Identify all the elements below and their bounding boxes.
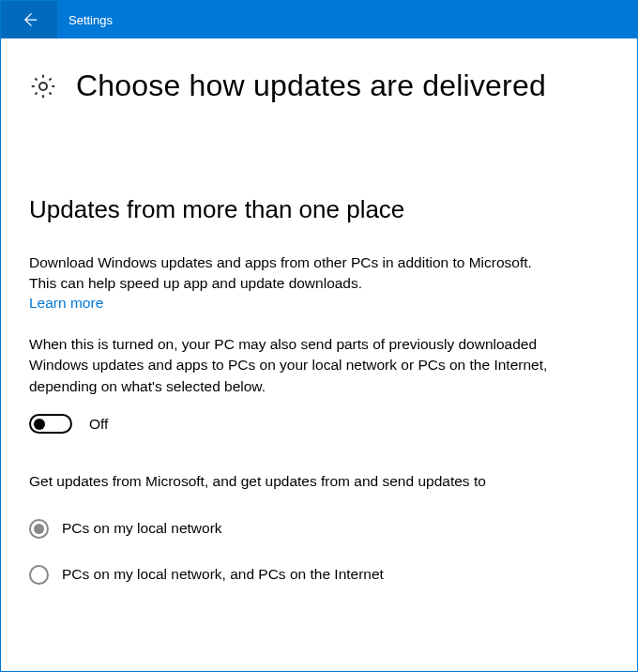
radio-icon [29,565,49,585]
section-heading: Updates from more than one place [29,195,609,224]
radio-label: PCs on my local network [62,520,222,537]
delivery-toggle[interactable] [29,414,72,434]
description-2: When this is turned on, your PC may also… [29,334,554,397]
toggle-state-label: Off [89,416,108,433]
page-title: Choose how updates are delivered [76,69,546,103]
content-area: Choose how updates are delivered Updates… [1,38,637,585]
page-header: Choose how updates are delivered [29,69,609,103]
radio-option-local[interactable]: PCs on my local network [29,519,609,539]
titlebar: Settings [1,1,637,38]
toggle-row: Off [29,414,609,434]
gear-icon [29,72,57,100]
svg-point-0 [39,83,47,90]
radio-group-label: Get updates from Microsoft, and get upda… [29,471,554,492]
toggle-knob [34,419,45,430]
radio-icon [29,519,49,539]
learn-more-link[interactable]: Learn more [29,295,103,312]
arrow-left-icon [20,10,38,29]
description-1: Download Windows updates and apps from o… [29,252,554,295]
back-button[interactable] [1,1,57,38]
radio-option-internet[interactable]: PCs on my local network, and PCs on the … [29,565,609,585]
radio-label: PCs on my local network, and PCs on the … [62,566,384,583]
app-title: Settings [57,1,113,38]
